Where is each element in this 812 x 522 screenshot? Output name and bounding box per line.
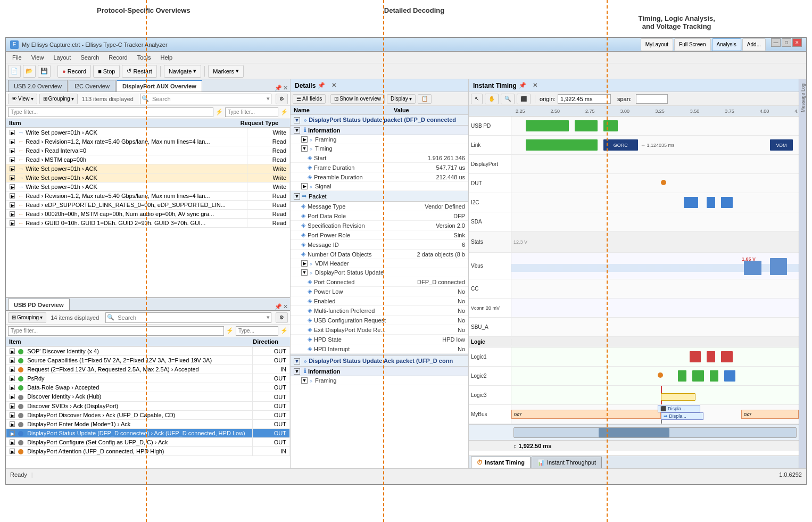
signal-vbus[interactable]: 1.65 V 2.41 V <box>511 253 799 279</box>
expand-framing-2[interactable]: ▼ <box>301 377 308 384</box>
usb-pd-close-icon[interactable]: ✕ <box>283 303 288 310</box>
table-row[interactable]: ▶ DisplayPort Discover Modes › Ack (UFP_… <box>6 410 290 419</box>
zoom-bar-track[interactable] <box>513 427 797 438</box>
tab-usb-pd[interactable]: USB PD Overview <box>8 299 70 310</box>
table-row[interactable]: ▶ → Write Set power=01h › ACK Write <box>6 128 290 137</box>
grouping-button[interactable]: ⊞ Grouping ▾ <box>39 94 78 104</box>
table-row[interactable]: ▶ ← Read › MSTM cap=00h Read <box>6 155 290 164</box>
tab-instant-timing[interactable]: ⏱ Instant Timing <box>471 457 531 468</box>
filter-icon-pd2[interactable]: ⚡ <box>280 327 288 334</box>
search-input-pd[interactable] <box>115 313 266 322</box>
filter-icon-top[interactable]: ⚡ <box>216 109 223 115</box>
table-row[interactable]: ▶ DisplayPort Configure (Set Config as U… <box>6 437 290 446</box>
expand-btn[interactable]: ▶ <box>10 184 15 189</box>
toolbar-restart[interactable]: ↺ Restart <box>122 65 156 78</box>
signal-dut[interactable] <box>511 174 799 193</box>
table-row[interactable]: ▶ Discover Identity › Ack (Hub) OUT <box>6 392 290 401</box>
expand-btn-pd[interactable]: ▶ <box>10 376 15 381</box>
expand-btn-pd[interactable]: ▶ <box>10 440 15 445</box>
pin-icon[interactable]: 📌 <box>275 85 282 92</box>
zoom-bar-handle[interactable] <box>599 428 669 437</box>
search-box-pd[interactable]: 🔍 ▾ <box>105 312 271 323</box>
menu-tools[interactable]: Tools <box>133 53 155 62</box>
expand-btn[interactable]: ▶ <box>10 157 15 162</box>
expand-btn[interactable]: ▶ <box>10 139 15 144</box>
show-in-overview-btn[interactable]: ⊡ Show in overview <box>330 94 385 104</box>
info-header[interactable]: ▼ ℹ Information <box>291 126 468 135</box>
type-filter-input-top2[interactable] <box>225 107 278 117</box>
signal-usbpd[interactable] <box>511 117 799 135</box>
hand-btn[interactable]: ✋ <box>485 94 499 104</box>
span-input[interactable] <box>636 94 668 104</box>
menu-record[interactable]: Record <box>104 53 131 62</box>
menu-help[interactable]: Help <box>156 53 177 62</box>
close-tab-icon[interactable]: ✕ <box>283 85 288 92</box>
expand-btn-pd[interactable]: ▶ <box>10 349 15 354</box>
details-close-icon[interactable]: ✕ <box>329 82 338 89</box>
copy-btn[interactable]: 📋 <box>418 94 432 104</box>
signal-dp[interactable] <box>511 155 799 173</box>
signal-logic2[interactable] <box>511 367 799 385</box>
all-fields-btn[interactable]: ☰ All fields <box>293 94 326 104</box>
usb-pd-pin-icon[interactable]: 📌 <box>275 303 282 310</box>
table-row[interactable]: ▶ DisplayPort Status Update (DFP_D conne… <box>6 428 290 437</box>
tab-instant-throughput[interactable]: 📊 Instant Throughput <box>532 457 602 468</box>
menu-file[interactable]: File <box>8 53 26 62</box>
zoom-btn[interactable]: 🔍 <box>501 94 515 104</box>
expand-framing[interactable]: ▶ <box>301 136 308 143</box>
menu-layout[interactable]: Layout <box>49 53 75 62</box>
signal-logic3[interactable] <box>511 386 799 404</box>
type-filter-input-top[interactable] <box>8 107 213 117</box>
expand-info2[interactable]: ▼ <box>294 368 300 375</box>
menu-search[interactable]: Search <box>76 53 103 62</box>
table-row[interactable]: ▶ Request (2=Fixed 12V 3A, Requested 2.5… <box>6 365 290 374</box>
expand-btn-pd[interactable]: ▶ <box>10 430 15 436</box>
expand-pkt2[interactable]: ▼ <box>294 358 300 364</box>
packet-section-header[interactable]: ▼ ➡ Packet <box>291 191 468 202</box>
menu-view[interactable]: View <box>27 53 48 62</box>
table-row[interactable]: ▶ ← Read › 00020h=00h, MSTM cap=00h, Num… <box>6 210 290 219</box>
table-row[interactable]: ▶ → Write Set power=01h › ACK Write <box>6 173 290 183</box>
my-layout-button[interactable]: MyLayout <box>641 38 673 51</box>
details-pin-icon[interactable]: 📌 <box>316 82 327 89</box>
table-row[interactable]: ▶ ← Read › Revision=1.2, Max rate=5.40 G… <box>6 192 290 201</box>
expand-btn-pd[interactable]: ▶ <box>10 449 15 454</box>
signal-sda[interactable] <box>511 212 799 231</box>
filter-icon-top2[interactable]: ⚡ <box>280 109 288 115</box>
table-row[interactable]: ▶ ← Read › Revision=1.2, Max rate=5.40 G… <box>6 137 290 146</box>
table-row[interactable]: ▶ DisplayPort Attention (UFP_D connected… <box>6 447 290 456</box>
table-row[interactable]: ▶ DisplayPort Enter Mode (Mode=1) › Ack … <box>6 419 290 428</box>
search-dropdown-pd[interactable]: ▾ <box>266 314 271 321</box>
view-button[interactable]: 👁 View ▾ <box>8 94 37 104</box>
usb-pd-grouping-button[interactable]: ⊞ Grouping ▾ <box>8 312 46 323</box>
search-input-top[interactable] <box>150 94 266 104</box>
expand-packet[interactable]: ▼ <box>294 193 300 200</box>
close-button[interactable]: ✕ <box>792 38 802 47</box>
expand-timing[interactable]: ▼ <box>301 145 308 152</box>
expand-vdm[interactable]: ▶ <box>301 260 308 267</box>
table-row[interactable]: ▶ PsRdy OUT <box>6 374 290 383</box>
expand-btn-pd[interactable]: ▶ <box>10 412 15 418</box>
expand-btn-pd[interactable]: ▶ <box>10 385 15 390</box>
toolbar-open[interactable]: 📂 <box>23 65 36 78</box>
signal-sbua[interactable] <box>511 318 799 336</box>
add-button[interactable]: Add... <box>742 38 766 51</box>
table-row[interactable]: ▶ ← Read › GUID 0=10h. GUID 1=DEh. GUID … <box>6 219 290 228</box>
type-filter-pd2[interactable] <box>236 326 278 336</box>
signal-link[interactable]: GORC VDM ↔ 1,124035 ms <box>511 136 799 154</box>
toolbar-stop[interactable]: ■ Stop <box>93 65 120 78</box>
expand-btn[interactable]: ▶ <box>10 166 15 171</box>
timing-close-icon[interactable]: ✕ <box>531 82 540 89</box>
expand-btn[interactable]: ▶ <box>10 202 15 208</box>
table-row[interactable]: ▶ → Write Set power=01h › ACK Write <box>6 164 290 173</box>
table-row[interactable]: ▶ → Write Set power=01h › ACK Write <box>6 183 290 192</box>
signal-i2c[interactable] <box>511 193 799 212</box>
toolbar-record[interactable]: ● Record <box>57 65 91 78</box>
expand-btn[interactable]: ▶ <box>10 211 15 217</box>
toolbar-navigate[interactable]: Navigate ▾ <box>164 65 201 78</box>
analysis-button[interactable]: Analysis <box>712 38 741 51</box>
expand-main[interactable]: ▼ <box>294 117 300 123</box>
filter-icon-pd[interactable]: ⚡ <box>226 327 234 334</box>
collapse-info[interactable]: ▼ <box>294 127 300 134</box>
expand-btn[interactable]: ▶ <box>10 130 15 135</box>
